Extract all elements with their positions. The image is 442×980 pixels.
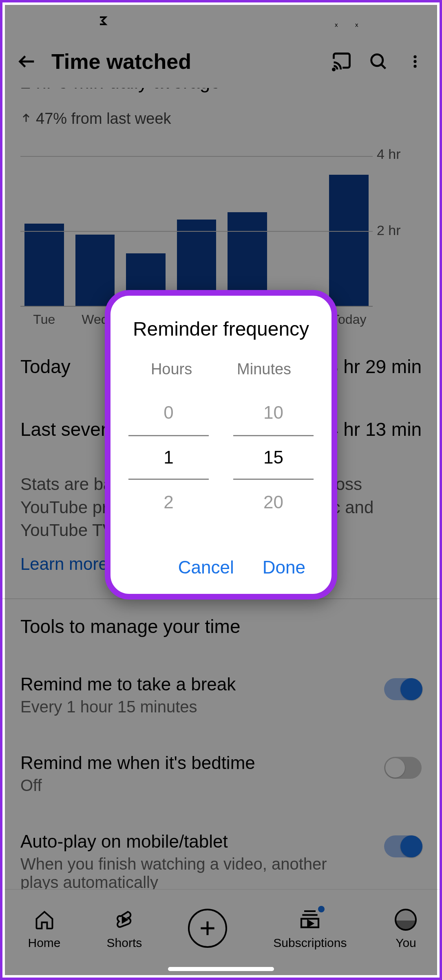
- done-button[interactable]: Done: [263, 557, 305, 578]
- home-indicator[interactable]: [168, 967, 274, 971]
- dialog-title: Reminder frequency: [128, 318, 314, 340]
- minutes-selected[interactable]: 15: [233, 435, 314, 480]
- hours-prev[interactable]: 0: [128, 390, 209, 435]
- hours-picker[interactable]: 0 1 2: [128, 390, 209, 525]
- minutes-header: Minutes: [237, 360, 291, 378]
- minutes-prev[interactable]: 10: [233, 390, 314, 435]
- minutes-picker[interactable]: 10 15 20: [233, 390, 314, 525]
- cancel-button[interactable]: Cancel: [178, 557, 234, 578]
- reminder-frequency-dialog: Reminder frequency Hours Minutes 0 1 2 1…: [105, 290, 337, 600]
- hours-header: Hours: [151, 360, 192, 378]
- hours-next[interactable]: 2: [128, 480, 209, 525]
- minutes-next[interactable]: 20: [233, 480, 314, 525]
- hours-selected[interactable]: 1: [128, 435, 209, 480]
